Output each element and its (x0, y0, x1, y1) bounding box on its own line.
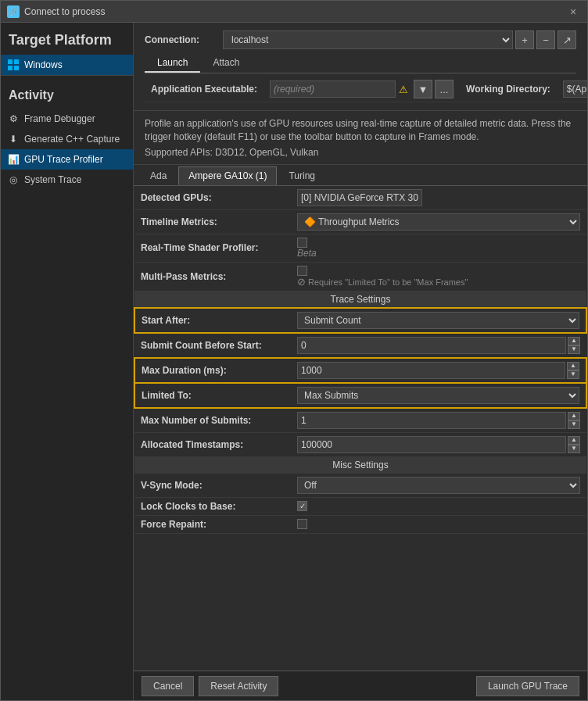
force-repaint-label: Force Repaint: (134, 515, 291, 533)
sidebar-item-generate-cpp[interactable]: ⬇ Generate C++ Capture (1, 129, 133, 149)
submit-count-before-up[interactable]: ▲ (568, 337, 580, 345)
timeline-metrics-select[interactable]: 🔶 Throughput Metrics (297, 213, 580, 231)
main-content: Target Platform Windows Activity ⚙ Frame… (1, 23, 587, 700)
trace-settings-label: Trace Settings (134, 291, 586, 308)
gpu-tab-turing[interactable]: Turing (278, 166, 325, 185)
force-repaint-checkbox[interactable] (297, 519, 307, 529)
profile-info-apis: Supported APIs: D3D12, OpenGL, Vulkan (145, 147, 576, 158)
limited-to-select[interactable]: Max Submits Max Frames (297, 387, 579, 404)
connection-select[interactable]: localhost (223, 30, 513, 49)
limited-to-row: Limited To: Max Submits Max Frames (134, 383, 586, 408)
max-submits-input[interactable] (297, 412, 566, 429)
max-duration-input[interactable] (297, 362, 565, 379)
sidebar-cpp-label: Generate C++ Capture (24, 134, 120, 145)
force-repaint-value (291, 515, 586, 533)
vsync-row: V-Sync Mode: Off On (134, 473, 586, 497)
max-submits-row: Max Number of Submits: ▲ ▼ (134, 408, 586, 433)
max-duration-up[interactable]: ▲ (567, 362, 579, 370)
force-repaint-row: Force Repaint: (134, 515, 586, 533)
multipass-value: ⊘ Requires "Limited To" to be "Max Frame… (291, 262, 586, 291)
detected-gpus-input (297, 189, 422, 206)
timeline-metrics-value: 🔶 Throughput Metrics (291, 209, 586, 234)
reset-activity-button[interactable]: Reset Activity (199, 676, 278, 696)
app-executable-dropdown[interactable]: ▼ (414, 80, 432, 98)
sidebar-gpu-label: GPU Trace Profiler (24, 154, 103, 165)
sidebar: Target Platform Windows Activity ⚙ Frame… (1, 23, 134, 700)
realtime-shader-row: Real-Time Shader Profiler: Beta (134, 234, 586, 262)
max-submits-label: Max Number of Submits: (134, 408, 291, 433)
add-connection-button[interactable]: + (515, 30, 534, 49)
title-bar: 🔗 Connect to process × (1, 1, 587, 23)
allocated-ts-up[interactable]: ▲ (568, 436, 580, 445)
frame-debugger-icon: ⚙ (7, 113, 20, 125)
footer: Cancel Reset Activity Launch GPU Trace (134, 671, 587, 700)
submit-count-before-label: Submit Count Before Start: (134, 333, 291, 358)
app-executable-browse[interactable]: ... (435, 80, 454, 98)
timeline-metrics-row: Timeline Metrics: 🔶 Throughput Metrics (134, 209, 586, 234)
max-submits-down[interactable]: ▼ (568, 420, 580, 429)
lock-clocks-value: ✓ (291, 497, 586, 515)
limited-to-label: Limited To: (134, 383, 291, 408)
max-duration-down[interactable]: ▼ (567, 370, 579, 379)
max-submits-spinner: ▲ ▼ (568, 412, 580, 429)
window-title: Connect to process (24, 6, 565, 17)
trace-settings-header: Trace Settings (134, 291, 586, 308)
max-submits-value: ▲ ▼ (291, 408, 586, 433)
submit-count-before-down[interactable]: ▼ (568, 345, 580, 354)
app-executable-label: Application Executable: (145, 77, 264, 102)
sidebar-item-system-trace[interactable]: ◎ System Trace (1, 170, 133, 190)
sidebar-item-gpu-trace[interactable]: 📊 GPU Trace Profiler (1, 149, 133, 170)
submit-count-before-value: ▲ ▼ (291, 333, 586, 358)
vsync-value: Off On (291, 473, 586, 497)
sidebar-sys-label: System Trace (24, 174, 81, 185)
close-button[interactable]: × (565, 4, 581, 20)
allocated-ts-value: ▲ ▼ (291, 432, 586, 456)
allocated-ts-down[interactable]: ▼ (568, 445, 580, 453)
realtime-shader-value: Beta (291, 234, 586, 262)
sidebar-item-windows[interactable]: Windows (1, 55, 133, 75)
app-icon: 🔗 (7, 5, 20, 18)
multipass-row: Multi-Pass Metrics: ⊘ Requires "Limited … (134, 262, 586, 291)
working-dir-value: ▼ ... (557, 77, 587, 102)
start-after-value: Submit Count Frame (291, 308, 586, 333)
multipass-label: Multi-Pass Metrics: (134, 262, 291, 291)
start-after-select[interactable]: Submit Count Frame (297, 312, 579, 329)
connection-section: Connection: localhost + − ↗ Launch Attac… (134, 23, 587, 111)
allocated-ts-label: Allocated Timestamps: (134, 432, 291, 456)
launch-form: Application Executable: ⚠ ▼ ... Working … (145, 77, 587, 102)
connection-row: Connection: localhost + − ↗ (145, 30, 576, 49)
tab-launch[interactable]: Launch (145, 54, 200, 73)
misc-settings-header: Misc Settings (134, 456, 586, 473)
external-connection-button[interactable]: ↗ (558, 30, 576, 49)
svg-rect-1 (14, 59, 19, 64)
realtime-shader-checkbox[interactable] (297, 238, 307, 248)
start-after-row: Start After: Submit Count Frame (134, 308, 586, 333)
target-platform-title: Target Platform (1, 23, 133, 55)
max-submits-up[interactable]: ▲ (568, 412, 580, 420)
allocated-ts-input[interactable] (297, 436, 566, 453)
cancel-button[interactable]: Cancel (142, 676, 194, 696)
working-dir-input[interactable] (563, 80, 587, 98)
vsync-select[interactable]: Off On (297, 477, 580, 494)
lock-clocks-checkbox[interactable]: ✓ (297, 501, 307, 511)
launch-attach-tabs: Launch Attach (145, 54, 576, 73)
realtime-shader-text: Beta (297, 248, 317, 259)
connection-label: Connection: (145, 34, 223, 45)
tab-attach[interactable]: Attach (200, 54, 252, 73)
app-executable-input[interactable] (270, 80, 396, 98)
remove-connection-button[interactable]: − (536, 30, 555, 49)
detected-gpus-label: Detected GPUs: (134, 186, 291, 210)
submit-count-before-input[interactable] (297, 337, 566, 354)
profile-info-text1: Profile an application's use of GPU reso… (145, 117, 576, 144)
gpu-tab-ada[interactable]: Ada (140, 166, 177, 185)
timeline-metrics-label: Timeline Metrics: (134, 209, 291, 234)
multipass-checkbox[interactable] (297, 266, 307, 276)
launch-gpu-trace-button[interactable]: Launch GPU Trace (476, 676, 579, 696)
sidebar-item-frame-debugger[interactable]: ⚙ Frame Debugger (1, 109, 133, 129)
sidebar-frame-label: Frame Debugger (24, 113, 95, 124)
gpu-tab-ampere[interactable]: Ampere GA10x (1) (178, 166, 277, 185)
gpu-settings-table: Detected GPUs: Timeline Metrics: 🔶 Throu… (134, 186, 587, 534)
submit-count-before-spinner: ▲ ▼ (568, 337, 580, 354)
right-panel: Connection: localhost + − ↗ Launch Attac… (134, 23, 587, 700)
window: 🔗 Connect to process × Target Platform W… (0, 0, 588, 701)
